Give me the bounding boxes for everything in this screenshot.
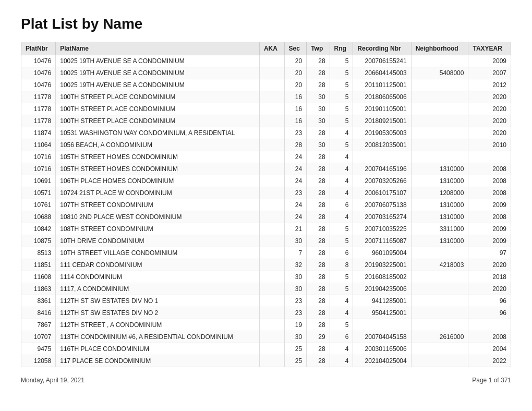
table-cell: 8361 bbox=[21, 295, 56, 307]
table-cell: 8416 bbox=[21, 307, 56, 319]
table-cell bbox=[259, 223, 284, 235]
table-row: 7867112TH STREET , A CONDOMINIUM19285 bbox=[21, 319, 511, 331]
table-cell bbox=[259, 115, 284, 127]
col-header-recording-nbr: Recording Nbr bbox=[353, 42, 411, 55]
table-cell: 2020 bbox=[468, 91, 511, 103]
table-cell: 105TH STREET HOMES CONDOMINIUM bbox=[56, 151, 260, 163]
table-row: 8361112TH ST SW ESTATES DIV NO 123284941… bbox=[21, 295, 511, 307]
table-cell: 200711165087 bbox=[353, 235, 411, 247]
table-cell: 4 bbox=[330, 175, 353, 187]
table-cell bbox=[259, 127, 284, 139]
table-cell: 200704165196 bbox=[353, 163, 411, 175]
table-cell: 11778 bbox=[21, 115, 56, 127]
table-cell: 9475 bbox=[21, 343, 56, 355]
table-cell: 2008 bbox=[468, 187, 511, 199]
table-cell: 2007 bbox=[468, 67, 511, 79]
table-cell: 30 bbox=[307, 139, 330, 151]
table-cell bbox=[259, 151, 284, 163]
table-row: 11851111 CEDAR CONDOMINIUM32288201903225… bbox=[21, 259, 511, 271]
table-cell bbox=[411, 103, 468, 115]
table-cell: 28 bbox=[307, 163, 330, 175]
table-cell: 5 bbox=[330, 55, 353, 67]
table-row: 118631117, A CONDOMINIUM3028520190423500… bbox=[21, 283, 511, 295]
table-cell: 23 bbox=[284, 187, 307, 199]
table-cell: 4 bbox=[330, 355, 353, 367]
table-cell: 201901105001 bbox=[353, 103, 411, 115]
table-cell: 200706155241 bbox=[353, 55, 411, 67]
col-header-sec: Sec bbox=[284, 42, 307, 55]
table-cell: 10TH STREET VILLAGE CONDOMINIUM bbox=[56, 247, 260, 259]
table-cell bbox=[468, 151, 511, 163]
table-cell: 20 bbox=[284, 67, 307, 79]
table-cell bbox=[411, 295, 468, 307]
table-cell: 19 bbox=[284, 319, 307, 331]
table-row: 10707113TH CONDOMINIUM #6, A RESIDENTIAL… bbox=[21, 331, 511, 343]
table-cell: 28 bbox=[307, 223, 330, 235]
table-cell bbox=[259, 91, 284, 103]
table-row: 1057110724 21ST PLACE W CONDOMINIUM23284… bbox=[21, 187, 511, 199]
table-cell: 28 bbox=[307, 199, 330, 211]
table-cell bbox=[259, 139, 284, 151]
table-cell: 5 bbox=[330, 67, 353, 79]
table-cell: 30 bbox=[284, 331, 307, 343]
table-cell: 10531 WASHINGTON WAY CONDOMINIUM, A RESI… bbox=[56, 127, 260, 139]
table-cell: 6 bbox=[330, 247, 353, 259]
table-cell: 4 bbox=[330, 127, 353, 139]
table-cell: 201904235006 bbox=[353, 283, 411, 295]
table-cell: 30 bbox=[284, 283, 307, 295]
table-cell: 117 PLACE SE CONDOMINIUM bbox=[56, 355, 260, 367]
table-cell: 10476 bbox=[21, 55, 56, 67]
table-cell bbox=[259, 175, 284, 187]
table-cell bbox=[411, 91, 468, 103]
table-cell bbox=[411, 151, 468, 163]
table-cell: 2020 bbox=[468, 103, 511, 115]
col-header-platname: PlatName bbox=[56, 42, 260, 55]
table-row: 1047610025 19TH AVENUE SE A CONDOMINIUM2… bbox=[21, 79, 511, 91]
table-cell: 20 bbox=[284, 79, 307, 91]
table-cell: 28 bbox=[307, 175, 330, 187]
table-cell: 2020 bbox=[468, 127, 511, 139]
table-cell bbox=[259, 331, 284, 343]
table-cell: 4 bbox=[330, 307, 353, 319]
table-cell: 2020 bbox=[468, 259, 511, 271]
table-cell: 28 bbox=[307, 235, 330, 247]
table-cell: 30 bbox=[307, 91, 330, 103]
table-cell bbox=[259, 67, 284, 79]
table-cell bbox=[411, 115, 468, 127]
table-cell: 16 bbox=[284, 115, 307, 127]
table-cell: 10810 2ND PLACE WEST CONDOMINIUM bbox=[56, 211, 260, 223]
table-row: 11778100TH STREET PLACE CONDOMINIUM16305… bbox=[21, 103, 511, 115]
table-row: 1187410531 WASHINGTON WAY CONDOMINIUM, A… bbox=[21, 127, 511, 139]
table-cell bbox=[411, 355, 468, 367]
table-row: 12058117 PLACE SE CONDOMINIUM25284202104… bbox=[21, 355, 511, 367]
table-row: 10691106TH PLACE HOMES CONDOMINIUM242842… bbox=[21, 175, 511, 187]
table-cell: 12058 bbox=[21, 355, 56, 367]
col-header-aka: AKA bbox=[259, 42, 284, 55]
table-cell: 201806065006 bbox=[353, 91, 411, 103]
table-cell bbox=[411, 247, 468, 259]
table-cell bbox=[259, 307, 284, 319]
table-cell bbox=[259, 55, 284, 67]
table-cell: 10025 19TH AVENUE SE A CONDOMINIUM bbox=[56, 67, 260, 79]
table-cell bbox=[353, 319, 411, 331]
table-cell: 1117, A CONDOMINIUM bbox=[56, 283, 260, 295]
table-cell: 2008 bbox=[468, 211, 511, 223]
table-cell: 5 bbox=[330, 271, 353, 283]
table-cell: 202104025004 bbox=[353, 355, 411, 367]
table-cell: 1310000 bbox=[411, 211, 468, 223]
table-cell: 10724 21ST PLACE W CONDOMINIUM bbox=[56, 187, 260, 199]
table-cell: 107TH STREET CONDOMINIUM bbox=[56, 199, 260, 211]
table-cell bbox=[259, 271, 284, 283]
table-cell: 201905305003 bbox=[353, 127, 411, 139]
table-cell: 10025 19TH AVENUE SE A CONDOMINIUM bbox=[56, 55, 260, 67]
table-cell bbox=[411, 343, 468, 355]
table-cell: 2008 bbox=[468, 175, 511, 187]
table-row: 10761107TH STREET CONDOMINIUM24286200706… bbox=[21, 199, 511, 211]
table-cell: 2008 bbox=[468, 163, 511, 175]
table-cell bbox=[411, 79, 468, 91]
table-cell bbox=[411, 271, 468, 283]
table-cell bbox=[468, 319, 511, 331]
table-cell: 7 bbox=[284, 247, 307, 259]
table-cell: 2008 bbox=[468, 331, 511, 343]
table-cell: 201101125001 bbox=[353, 79, 411, 91]
